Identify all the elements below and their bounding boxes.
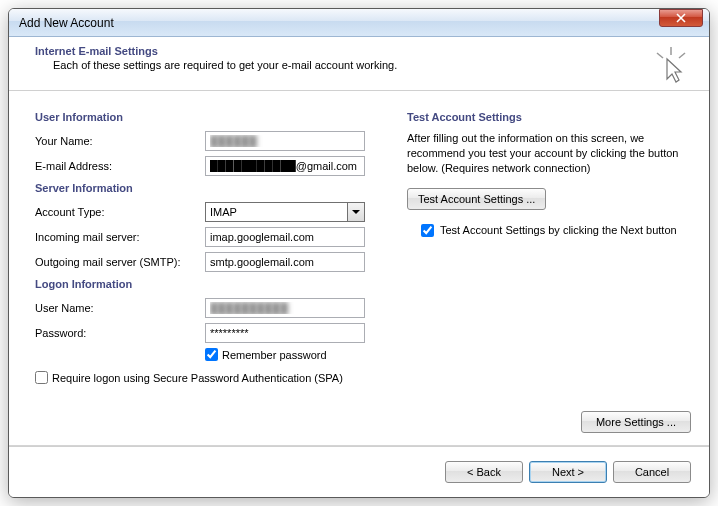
right-column: Test Account Settings After filling out … xyxy=(407,105,691,437)
footer: < Back Next > Cancel xyxy=(9,446,709,497)
label-password: Password: xyxy=(35,327,205,339)
section-user-info: User Information xyxy=(35,111,387,123)
spa-checkbox[interactable] xyxy=(35,371,48,384)
user-name-input[interactable] xyxy=(205,298,365,318)
add-account-dialog: Add New Account Internet E-mail Settings… xyxy=(8,8,710,498)
test-account-button[interactable]: Test Account Settings ... xyxy=(407,188,546,210)
close-button[interactable] xyxy=(659,9,703,27)
header-band: Internet E-mail Settings Each of these s… xyxy=(9,37,709,91)
label-email: E-mail Address: xyxy=(35,160,205,172)
cancel-button[interactable]: Cancel xyxy=(613,461,691,483)
test-description: After filling out the information on thi… xyxy=(407,131,691,176)
content-area: User Information Your Name: E-mail Addre… xyxy=(9,91,709,437)
svg-line-2 xyxy=(679,53,685,58)
section-logon-info: Logon Information xyxy=(35,278,387,290)
close-icon xyxy=(676,13,686,23)
chevron-down-icon xyxy=(347,203,364,221)
svg-line-1 xyxy=(657,53,663,58)
label-test-next: Test Account Settings by clicking the Ne… xyxy=(440,224,677,236)
password-input[interactable] xyxy=(205,323,365,343)
more-settings-button[interactable]: More Settings ... xyxy=(581,411,691,433)
outgoing-server-input[interactable] xyxy=(205,252,365,272)
window-title: Add New Account xyxy=(19,16,114,30)
header-title: Internet E-mail Settings xyxy=(35,45,695,57)
label-your-name: Your Name: xyxy=(35,135,205,147)
label-outgoing: Outgoing mail server (SMTP): xyxy=(35,256,205,268)
email-input[interactable] xyxy=(205,156,365,176)
header-subtitle: Each of these settings are required to g… xyxy=(53,59,695,71)
incoming-server-input[interactable] xyxy=(205,227,365,247)
left-column: User Information Your Name: E-mail Addre… xyxy=(35,105,387,437)
label-spa: Require logon using Secure Password Auth… xyxy=(52,372,343,384)
account-type-select[interactable]: IMAP xyxy=(205,202,365,222)
next-button[interactable]: Next > xyxy=(529,461,607,483)
back-button[interactable]: < Back xyxy=(445,461,523,483)
section-server-info: Server Information xyxy=(35,182,387,194)
label-incoming: Incoming mail server: xyxy=(35,231,205,243)
label-user-name: User Name: xyxy=(35,302,205,314)
account-type-value: IMAP xyxy=(210,206,237,218)
cursor-art-icon xyxy=(651,45,691,85)
your-name-input[interactable] xyxy=(205,131,365,151)
titlebar: Add New Account xyxy=(9,9,709,37)
remember-password-checkbox[interactable] xyxy=(205,348,218,361)
label-account-type: Account Type: xyxy=(35,206,205,218)
test-next-checkbox[interactable] xyxy=(421,224,434,237)
section-test: Test Account Settings xyxy=(407,111,691,123)
label-remember: Remember password xyxy=(222,349,327,361)
